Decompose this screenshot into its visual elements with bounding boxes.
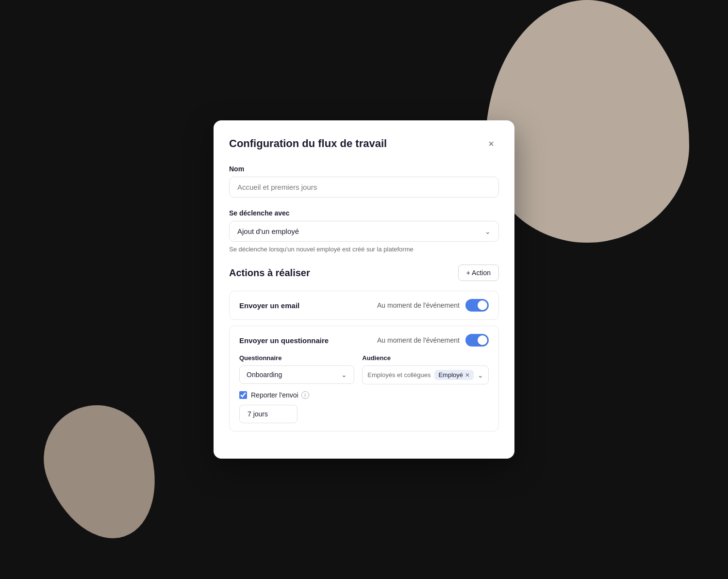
audience-col: Audience Employés et collègues Employé ✕… [362, 354, 489, 384]
audience-placeholder: Employés et collègues [367, 371, 430, 379]
add-action-button[interactable]: + Action [458, 265, 499, 281]
action-questionnaire-toggle[interactable] [465, 334, 489, 347]
defer-row: Reporter l'envoi i [239, 391, 489, 399]
actions-section: Actions à réaliser + Action Envoyer un e… [229, 265, 499, 431]
modal-header: Configuration du flux de travail × [229, 136, 499, 151]
action-card-email: Envoyer un email Au moment de l'événemen… [229, 291, 499, 320]
questionnaire-value: Onboarding [247, 371, 282, 379]
days-input[interactable] [239, 405, 298, 423]
action-questionnaire-timing: Au moment de l'événement [377, 336, 460, 344]
questionnaire-field-label: Questionnaire [239, 354, 354, 362]
defer-label: Reporter l'envoi i [251, 391, 309, 399]
action-email-toggle[interactable] [465, 299, 489, 312]
action-email-name: Envoyer un email [239, 301, 299, 310]
close-button[interactable]: × [483, 136, 499, 151]
chevron-down-icon: ⌄ [485, 228, 491, 235]
audience-field-label: Audience [362, 354, 489, 362]
questionnaire-row: Questionnaire Onboarding ⌄ Audience Empl… [239, 354, 489, 384]
questionnaire-select[interactable]: Onboarding ⌄ [239, 365, 354, 384]
audience-select[interactable]: Employés et collègues Employé ✕ ⌄ [362, 365, 489, 384]
questionnaire-chevron-icon: ⌄ [341, 371, 347, 379]
trigger-hint: Se déclenche lorsqu'un nouvel employé es… [229, 246, 499, 253]
actions-title: Actions à réaliser [229, 267, 310, 279]
audience-tag: Employé ✕ [434, 370, 474, 380]
name-label: Nom [229, 165, 499, 173]
action-questionnaire-timing-wrapper: Au moment de l'événement [377, 334, 489, 347]
defer-checkbox[interactable] [239, 391, 247, 399]
action-questionnaire-name: Envoyer un questionnaire [239, 336, 329, 345]
name-section: Nom [229, 165, 499, 198]
modal-overlay: Configuration du flux de travail × Nom S… [214, 120, 514, 459]
info-icon[interactable]: i [301, 391, 309, 399]
trigger-label: Se déclenche avec [229, 209, 499, 217]
trigger-section: Se déclenche avec Ajout d'un employé ⌄ S… [229, 209, 499, 253]
action-card-questionnaire-header: Envoyer un questionnaire Au moment de l'… [239, 334, 489, 347]
modal: Configuration du flux de travail × Nom S… [214, 120, 514, 459]
questionnaire-details: Questionnaire Onboarding ⌄ Audience Empl… [239, 354, 489, 423]
trigger-select[interactable]: Ajout d'un employé ⌄ [229, 221, 499, 242]
audience-chevron-icon: ⌄ [478, 371, 483, 379]
questionnaire-col: Questionnaire Onboarding ⌄ [239, 354, 354, 384]
actions-header: Actions à réaliser + Action [229, 265, 499, 281]
action-email-timing-wrapper: Au moment de l'événement [377, 299, 489, 312]
audience-tag-label: Employé [438, 371, 463, 379]
modal-title: Configuration du flux de travail [229, 137, 387, 150]
action-email-timing: Au moment de l'événement [377, 301, 460, 309]
action-card-email-header: Envoyer un email Au moment de l'événemen… [239, 299, 489, 312]
audience-tag-remove[interactable]: ✕ [465, 372, 470, 378]
action-card-questionnaire: Envoyer un questionnaire Au moment de l'… [229, 326, 499, 431]
trigger-value: Ajout d'un employé [237, 227, 299, 235]
name-input[interactable] [229, 177, 499, 198]
defer-label-text: Reporter l'envoi [251, 391, 298, 399]
